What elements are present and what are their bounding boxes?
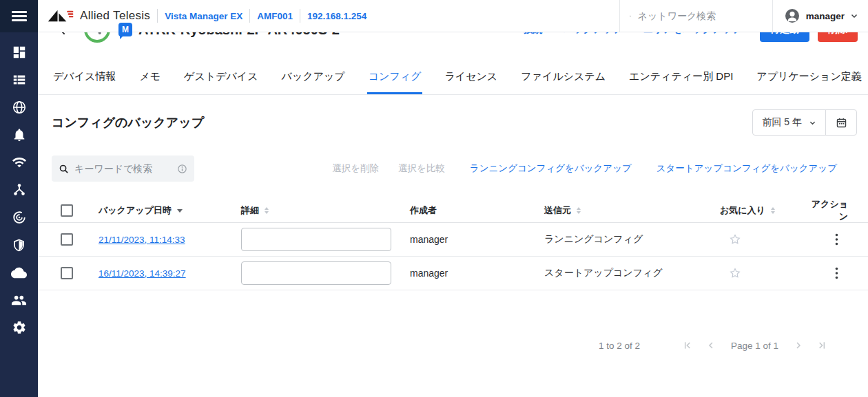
divider — [300, 9, 300, 23]
date-range-dropdown[interactable]: 前回 5 年 — [753, 110, 825, 135]
sidebar-item-dashboard[interactable] — [0, 39, 38, 66]
tab-backup[interactable]: バックアップ — [280, 62, 347, 94]
table-header-row: バックアップ日時 詳細 作成者 送信元 お気に入り — [38, 198, 868, 223]
controller-ip-link[interactable]: 192.168.1.254 — [307, 11, 366, 21]
brand-name: Allied Telesis — [80, 9, 150, 23]
favorite-toggle[interactable] — [720, 233, 742, 246]
tab-file-system[interactable]: ファイルシステム — [519, 62, 607, 94]
config-backup-table: バックアップ日時 詳細 作成者 送信元 お気に入り — [38, 198, 868, 290]
section-title: コンフィグのバックアップ — [52, 114, 204, 131]
user-name: manager — [806, 11, 845, 21]
network-search-input[interactable] — [638, 10, 763, 21]
creator-cell: manager — [410, 234, 448, 245]
favorite-toggle[interactable] — [720, 266, 742, 280]
info-icon[interactable] — [177, 164, 187, 174]
compare-selected-button[interactable]: 選択を比較 — [398, 162, 445, 175]
row-checkbox[interactable] — [61, 233, 73, 246]
source-cell: スタートアップコンフィグ — [544, 267, 663, 279]
star-outline-icon — [728, 233, 742, 246]
tab-application-definition[interactable]: アプリケーション定義 — [755, 62, 862, 94]
last-page-icon — [816, 340, 827, 351]
chevron-left-icon — [705, 340, 716, 351]
vista-manager-app: Allied Telesis Vista Manager EX AMF001 1… — [0, 0, 868, 397]
chevron-right-icon — [793, 340, 804, 351]
column-header-backup-date[interactable]: バックアップ日時 — [99, 204, 241, 217]
chevron-down-icon — [850, 12, 858, 20]
backup-date-link[interactable]: 16/11/2023, 14:39:27 — [99, 268, 186, 279]
cloud-icon — [11, 265, 27, 281]
sidebar-item-wireless[interactable] — [0, 149, 38, 176]
column-header-favorite[interactable]: お気に入り — [720, 204, 806, 217]
row-checkbox[interactable] — [61, 267, 73, 279]
sidebar-item-list[interactable] — [0, 66, 38, 94]
search-icon — [59, 164, 69, 174]
first-page-icon — [682, 340, 693, 351]
column-header-detail[interactable]: 詳細 — [241, 204, 410, 217]
creator-cell: manager — [410, 268, 448, 279]
delete-selected-button[interactable]: 選択を削除 — [332, 162, 379, 175]
last-page-button[interactable] — [810, 340, 834, 351]
sidebar-item-events[interactable] — [0, 121, 38, 149]
select-all-checkbox[interactable] — [61, 204, 73, 217]
allied-telesis-logo-icon — [47, 8, 76, 23]
chevron-down-icon — [809, 119, 816, 127]
column-header-creator: 作成者 — [410, 204, 544, 217]
shield-icon — [12, 238, 26, 253]
device-tabs: デバイス情報 メモ ゲストデバイス バックアップ コンフィグ ライセンス ファイ… — [38, 62, 868, 95]
tab-config[interactable]: コンフィグ — [367, 62, 423, 94]
hamburger-menu-button[interactable] — [0, 0, 38, 32]
tab-device-info[interactable]: デバイス情報 — [52, 62, 117, 94]
network-search — [619, 0, 772, 32]
column-header-source[interactable]: 送信元 — [544, 204, 720, 217]
calendar-picker-button[interactable] — [826, 110, 856, 135]
sidebar-item-users[interactable] — [0, 286, 38, 314]
source-cell: ランニングコンフィグ — [544, 233, 643, 246]
column-header-actions: アクション — [806, 198, 858, 223]
sort-icon — [577, 207, 581, 214]
sidebar-item-firewall[interactable] — [0, 231, 38, 259]
sidebar-item-network-map[interactable] — [0, 94, 38, 121]
sort-icon — [771, 207, 775, 214]
detail-note-input[interactable] — [241, 228, 391, 251]
list-icon — [12, 72, 27, 87]
pagination: 1 to 2 of 2 Page 1 of 1 — [38, 340, 868, 351]
kebab-menu-icon — [835, 267, 838, 279]
pagination-range: 1 to 2 of 2 — [599, 341, 640, 351]
tab-memo[interactable]: メモ — [138, 62, 162, 94]
date-range-value: 前回 5 年 — [762, 116, 802, 129]
row-actions-menu-button[interactable] — [835, 267, 858, 279]
table-row: 21/11/2023, 11:14:33 manager ランニングコンフィグ — [38, 223, 868, 257]
tab-license[interactable]: ライセンス — [443, 62, 499, 94]
row-actions-menu-button[interactable] — [835, 233, 858, 246]
user-menu[interactable]: manager — [772, 0, 868, 32]
calendar-icon — [836, 117, 847, 129]
next-page-button[interactable] — [787, 340, 810, 351]
sidebar-item-settings[interactable] — [0, 314, 38, 341]
sidebar-item-topology[interactable] — [0, 176, 38, 204]
detail-note-input[interactable] — [241, 261, 391, 285]
sitemap-icon — [12, 182, 27, 197]
keyword-search-input[interactable] — [74, 163, 172, 174]
app-name-link[interactable]: Vista Manager EX — [165, 11, 242, 21]
first-page-button[interactable] — [676, 340, 699, 351]
tab-dpi-per-entity[interactable]: エンティティー別 DPI — [628, 62, 734, 94]
table-row: 16/11/2023, 14:39:27 manager スタートアップコンフィ… — [38, 257, 868, 290]
dashboard-icon — [12, 45, 27, 60]
backup-date-link[interactable]: 21/11/2023, 11:14:33 — [99, 235, 185, 245]
wifi-icon — [12, 155, 27, 170]
sidebar-item-monitoring[interactable] — [0, 204, 38, 231]
keyword-search — [52, 155, 194, 182]
backup-startup-config-link[interactable]: スタートアップコンフィグをバックアップ — [657, 162, 837, 175]
date-range-control: 前回 5 年 — [752, 109, 857, 136]
hamburger-icon — [12, 9, 27, 23]
tab-guest-devices[interactable]: ゲストデバイス — [183, 62, 259, 94]
managed-badge: M — [118, 23, 132, 36]
amf-area-link[interactable]: AMF001 — [257, 11, 293, 21]
star-outline-icon — [728, 266, 742, 280]
previous-page-button[interactable] — [699, 340, 723, 351]
sort-desc-icon — [177, 209, 183, 213]
sidebar-item-cloud[interactable] — [0, 259, 38, 286]
backup-running-config-link[interactable]: ランニングコンフィグをバックアップ — [470, 162, 632, 175]
avatar-icon — [784, 8, 800, 24]
brand-logo: Allied Telesis — [38, 0, 150, 32]
